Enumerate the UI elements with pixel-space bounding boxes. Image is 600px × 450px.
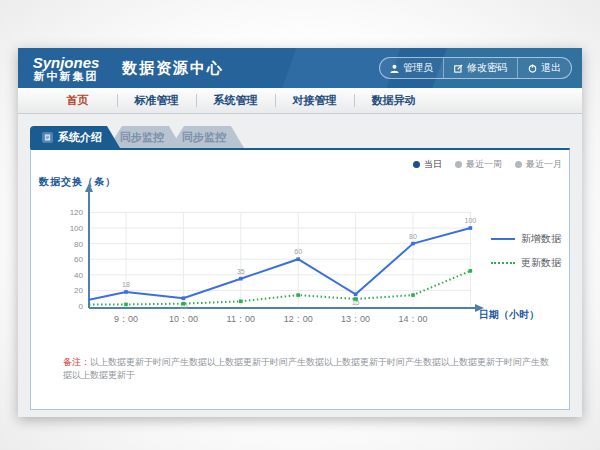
svg-text:100: 100 <box>70 224 84 233</box>
svg-text:60: 60 <box>294 248 302 255</box>
page-title: 数据资源中心 <box>122 59 224 78</box>
legend-line-sample <box>491 262 515 264</box>
legend-item-updated-data[interactable]: 更新数据 <box>491 256 561 270</box>
document-icon <box>42 132 53 143</box>
svg-text:0: 0 <box>79 302 84 311</box>
svg-text:100: 100 <box>465 217 477 224</box>
tab-system-intro[interactable]: 系统介绍 <box>30 126 120 148</box>
user-toolbar: 管理员 修改密码 退出 <box>379 57 572 79</box>
svg-text:20: 20 <box>74 286 83 295</box>
legend-label: 更新数据 <box>521 256 561 270</box>
nav-item-connection-mgmt[interactable]: 对接管理 <box>275 88 354 113</box>
svg-text:80: 80 <box>74 240 83 249</box>
main-nav: 首页 标准管理 系统管理 对接管理 数据异动 <box>18 88 582 114</box>
change-password-button[interactable]: 修改密码 <box>443 58 517 78</box>
nav-item-data-change[interactable]: 数据异动 <box>354 88 433 113</box>
content-area: 系统介绍 同步监控 同步监控 当日 最近一周 <box>18 114 582 417</box>
svg-text:13：00: 13：00 <box>341 314 370 324</box>
header-bar: Synjones 新中新集团 数据资源中心 管理员 修改密码 退出 <box>18 48 582 88</box>
chart-panel: 当日 最近一周 最近一月 数据交换（条） 0204060801001209：00… <box>30 148 570 410</box>
user-icon <box>390 64 399 73</box>
nav-item-standard-mgmt[interactable]: 标准管理 <box>117 88 196 113</box>
logout-label: 退出 <box>541 61 561 75</box>
tab-sync-monitor-1[interactable]: 同步监控 <box>108 126 182 148</box>
change-password-label: 修改密码 <box>467 61 507 75</box>
svg-text:60: 60 <box>74 255 83 264</box>
logout-button[interactable]: 退出 <box>517 58 571 78</box>
svg-text:12：00: 12：00 <box>284 314 313 324</box>
logo-text-en: Synjones <box>18 55 114 71</box>
tab-label: 同步监控 <box>120 130 164 145</box>
tab-label: 系统介绍 <box>58 130 102 145</box>
footnote-text: 以上数据更新于时间产生数据以上数据更新于时间产生数据以上数据更新于时间产生数据以… <box>63 357 549 380</box>
svg-text:120: 120 <box>70 208 84 217</box>
svg-text:9：00: 9：00 <box>114 314 138 324</box>
svg-text:10：00: 10：00 <box>169 314 198 324</box>
legend-line-sample <box>491 238 515 240</box>
tab-bar: 系统介绍 同步监控 同步监控 <box>30 126 232 148</box>
legend-label: 新增数据 <box>521 232 561 246</box>
current-user-label: 管理员 <box>403 61 433 75</box>
svg-text:11：00: 11：00 <box>227 314 255 324</box>
edit-icon <box>454 64 463 73</box>
logo-text-cn: 新中新集团 <box>18 71 114 83</box>
chart-legend: 新增数据 更新数据 <box>491 232 561 270</box>
svg-text:80: 80 <box>409 233 417 240</box>
nav-item-system-mgmt[interactable]: 系统管理 <box>196 88 275 113</box>
svg-text:14：00: 14：00 <box>398 314 427 324</box>
footnote: 备注：以上数据更新于时间产生数据以上数据更新于时间产生数据以上数据更新于时间产生… <box>63 356 553 382</box>
nav-item-home[interactable]: 首页 <box>38 88 117 113</box>
footnote-prefix: 备注 <box>63 357 81 367</box>
current-user-button[interactable]: 管理员 <box>380 58 443 78</box>
footnote-separator: ： <box>81 357 90 367</box>
power-icon <box>528 64 537 73</box>
app-window: Synjones 新中新集团 数据资源中心 管理员 修改密码 退出 <box>18 48 582 417</box>
tab-sync-monitor-2[interactable]: 同步监控 <box>170 126 244 148</box>
svg-text:18: 18 <box>122 281 130 288</box>
tab-label: 同步监控 <box>182 130 226 145</box>
svg-text:40: 40 <box>74 271 83 280</box>
brand-logo: Synjones 新中新集团 <box>18 53 114 82</box>
legend-item-new-data[interactable]: 新增数据 <box>491 232 561 246</box>
x-axis-title: 日期（小时） <box>479 308 539 322</box>
svg-text:35: 35 <box>237 268 245 275</box>
